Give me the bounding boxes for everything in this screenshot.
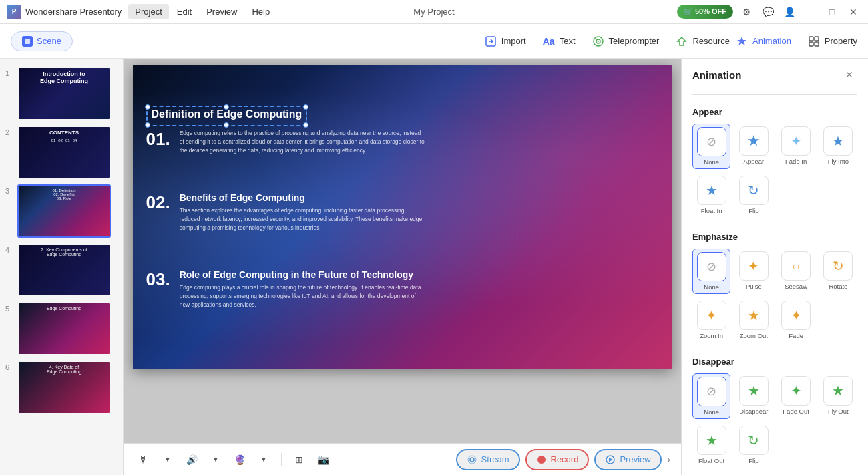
minimize-button[interactable]: — [803, 4, 819, 20]
slide-thumb-2[interactable]: CONTENTS 01020304 [17, 126, 111, 179]
appear-appear-icon: ★ [739, 126, 769, 156]
layout-button[interactable]: ⊞ [290, 450, 308, 469]
disap-none[interactable]: ⊘ None [692, 373, 730, 419]
disap-floatout-label: Float Out [698, 457, 724, 464]
stream-button[interactable]: Stream [456, 449, 520, 470]
mic-dropdown[interactable]: ▼ [158, 450, 177, 469]
animation-button[interactable]: Animation [735, 35, 791, 48]
effects-button[interactable]: 🔮 [230, 450, 249, 469]
slide-thumb-4[interactable]: 2. Key Components ofEdge Computing [17, 243, 111, 297]
emphasize-grid: ⊘ None ✦ Pulse ↔ Seesaw ↻ Rotate ✦ Zoo [692, 249, 857, 342]
slide-thumb-6[interactable]: 4. Key Data ofEdge Computing [17, 361, 111, 414]
text-button[interactable]: Aa Text [542, 35, 576, 48]
teleprompter-button[interactable]: Teleprompter [592, 35, 660, 48]
block3-body: Edge computing plays a crucial role in s… [180, 283, 427, 309]
preview-label: Preview [620, 454, 650, 464]
disap-flyout-icon: ★ [823, 376, 853, 406]
text-label: Text [560, 36, 576, 46]
divider-1 [281, 453, 282, 466]
promo-button[interactable]: 🛒 50% OFF [677, 5, 733, 19]
volume-dropdown[interactable]: ▼ [206, 450, 225, 469]
animation-close-button[interactable]: ✕ [841, 67, 857, 83]
block3-num: 03. [146, 269, 170, 290]
menu-help[interactable]: Help [245, 4, 276, 19]
stream-label: Stream [481, 454, 509, 464]
slide-number-2: 2 [5, 128, 13, 136]
resource-button[interactable]: Resource [675, 35, 730, 48]
appear-flip-icon: ↻ [739, 176, 769, 205]
appear-title: Appear [692, 107, 857, 117]
svg-rect-8 [809, 42, 813, 46]
slide-canvas[interactable]: Definition of Edge Computing 01. Edge co… [133, 65, 672, 369]
disap-disappear[interactable]: ★ Disappear [734, 373, 773, 419]
slide-thumb-inner-1: Introduction toEdge Computing [19, 68, 110, 119]
disap-flip[interactable]: ↻ Flip [734, 423, 773, 467]
emph-pulse-icon: ✦ [739, 251, 769, 281]
slide-item-6[interactable]: 6 4. Key Data ofEdge Computing [0, 358, 123, 417]
camera-button[interactable]: 📷 [314, 450, 333, 469]
app-logo: P Wondershare Presentory [7, 5, 122, 19]
menu-preview[interactable]: Preview [200, 4, 244, 19]
property-button[interactable]: Property [807, 35, 857, 48]
import-label: Import [501, 36, 526, 46]
appear-flip[interactable]: ↻ Flip [734, 173, 773, 217]
appear-flyinto[interactable]: ★ Fly Into [819, 124, 857, 169]
disap-fadeout-label: Fade Out [783, 408, 809, 415]
slide-item-2[interactable]: 2 CONTENTS 01020304 [0, 123, 123, 182]
preview-button[interactable]: Preview [594, 449, 661, 470]
disap-floatout[interactable]: ★ Float Out [692, 423, 730, 467]
scene-button[interactable]: Scene [11, 31, 73, 51]
appear-none-label: None [704, 158, 719, 166]
emph-rotate-icon: ↻ [823, 251, 853, 281]
settings-icon[interactable]: ⚙ [738, 4, 754, 20]
slide-item-3[interactable]: 3 01. Definition02. Benefits03. Role [0, 182, 123, 241]
logo-icon: P [7, 5, 21, 19]
menu-project[interactable]: Project [128, 4, 168, 19]
close-button[interactable]: ✕ [845, 4, 861, 20]
emph-pulse[interactable]: ✦ Pulse [734, 249, 773, 294]
tab-set-action[interactable]: Set action [693, 94, 775, 95]
slide-thumb-1[interactable]: Introduction toEdge Computing [17, 67, 111, 120]
appear-fadein-label: Fade In [785, 158, 807, 165]
slide-block-1: Definition of Edge Computing 01. Edge co… [146, 106, 659, 154]
appear-fadein[interactable]: ✦ Fade In [777, 124, 815, 169]
svg-rect-0 [25, 39, 30, 44]
emph-rotate[interactable]: ↻ Rotate [819, 249, 857, 294]
slide-item-4[interactable]: 4 2. Key Components ofEdge Computing [0, 241, 123, 299]
appear-appear[interactable]: ★ Appear [734, 124, 773, 169]
maximize-button[interactable]: □ [824, 4, 840, 20]
slide-item-5[interactable]: 5 Edge Computing [0, 299, 123, 358]
record-button[interactable]: Record [525, 449, 590, 470]
emph-fade[interactable]: ✦ Fade [777, 298, 815, 342]
user-icon[interactable]: 👤 [781, 4, 797, 20]
scene-icon [22, 36, 33, 47]
disap-fadeout[interactable]: ✦ Fade Out [777, 373, 815, 419]
slide-item-1[interactable]: 1 Introduction toEdge Computing [0, 64, 123, 123]
emph-none[interactable]: ⊘ None [692, 249, 730, 294]
menu-edit[interactable]: Edit [170, 4, 198, 19]
animation-title: Animation [692, 69, 741, 81]
mic-button[interactable]: 🎙 [134, 450, 153, 469]
import-button[interactable]: Import [484, 35, 526, 48]
slide-thumb-5[interactable]: Edge Computing [17, 302, 111, 355]
appear-floatin[interactable]: ★ Float In [692, 173, 730, 217]
block3-inner: 03. Role of Edge Computing in the Future… [146, 269, 659, 309]
animation-icon [735, 35, 748, 48]
slide-thumb-3[interactable]: 01. Definition02. Benefits03. Role [17, 184, 111, 238]
next-arrow[interactable]: › [667, 454, 670, 466]
disap-flyout[interactable]: ★ Fly Out [819, 373, 857, 419]
appear-none[interactable]: ⊘ None [692, 124, 730, 169]
disap-floatout-icon: ★ [697, 426, 726, 455]
chat-icon[interactable]: 💬 [760, 4, 776, 20]
emph-zoomin[interactable]: ✦ Zoom In [692, 298, 730, 342]
effects-dropdown[interactable]: ▼ [254, 450, 273, 469]
emph-seesaw[interactable]: ↔ Seesaw [777, 249, 815, 294]
tab-order[interactable]: Order [775, 94, 857, 95]
emph-zoomout[interactable]: ★ Zoom Out [734, 298, 773, 342]
volume-button[interactable]: 🔊 [182, 450, 201, 469]
emph-zoomin-label: Zoom In [700, 332, 723, 339]
slide-number-1: 1 [5, 69, 13, 77]
stream-icon [467, 454, 477, 465]
disap-disappear-icon: ★ [739, 376, 769, 406]
disappear-section: Disappear ⊘ None ★ Disappear ✦ Fade Out … [682, 351, 868, 475]
